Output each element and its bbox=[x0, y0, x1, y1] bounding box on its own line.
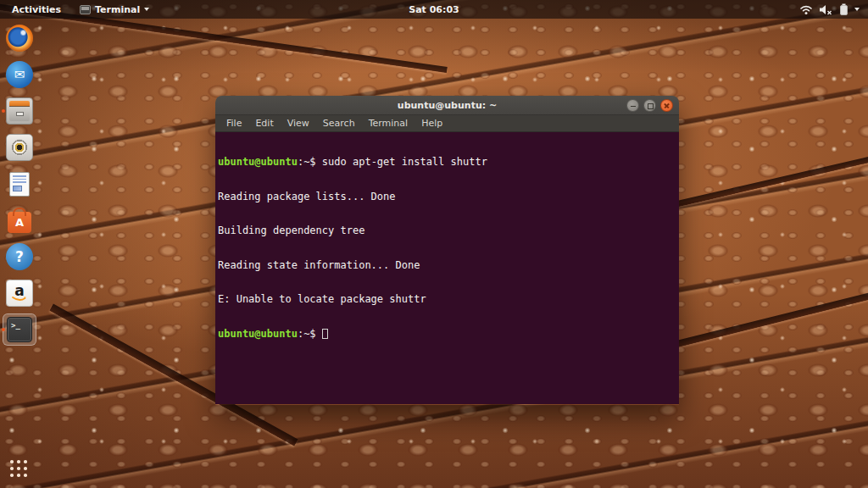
plank-seam bbox=[670, 145, 868, 208]
dock-item-amazon[interactable]: a bbox=[3, 278, 36, 308]
dock-item-rhythmbox[interactable] bbox=[3, 132, 36, 163]
terminal-menubar: File Edit View Search Terminal Help bbox=[215, 115, 679, 132]
app-menu-label: Terminal bbox=[95, 4, 140, 15]
output-line: Reading state information... Done bbox=[218, 260, 679, 272]
output-line: E: Unable to locate package shuttr bbox=[218, 294, 679, 306]
close-button[interactable] bbox=[660, 99, 673, 112]
running-indicator bbox=[2, 109, 5, 113]
menu-view[interactable]: View bbox=[281, 115, 316, 131]
dock-item-terminal[interactable]: >_ bbox=[3, 314, 36, 345]
app-menu-terminal[interactable]: Terminal bbox=[73, 0, 156, 19]
menu-help[interactable]: Help bbox=[415, 115, 449, 131]
rhythmbox-icon bbox=[6, 134, 33, 161]
system-status-area[interactable] bbox=[791, 0, 868, 19]
activities-label: Activities bbox=[12, 4, 61, 15]
dock-item-thunderbird[interactable]: ✉ bbox=[3, 59, 36, 90]
plank-seam bbox=[660, 279, 868, 351]
output-line: Reading package lists... Done bbox=[218, 191, 679, 203]
command-text: sudo apt-get install shuttr bbox=[316, 156, 487, 168]
thunderbird-icon: ✉ bbox=[6, 61, 33, 88]
ubuntu-software-icon: A bbox=[6, 207, 33, 234]
menu-file[interactable]: File bbox=[220, 115, 248, 131]
volume-muted-icon bbox=[819, 4, 833, 15]
terminal-screen[interactable]: ubuntu@ubuntu:~$sudo apt-get install shu… bbox=[215, 132, 679, 404]
help-icon: ? bbox=[6, 243, 33, 270]
battery-icon bbox=[839, 3, 849, 15]
running-indicator bbox=[2, 328, 5, 331]
prompt-line: ubuntu@ubuntu:~$sudo apt-get install shu… bbox=[218, 157, 679, 169]
dock-item-firefox[interactable] bbox=[3, 23, 36, 53]
network-wifi-icon bbox=[799, 4, 813, 15]
terminal-mini-icon bbox=[80, 5, 91, 14]
menu-edit[interactable]: Edit bbox=[248, 115, 280, 131]
maximize-button[interactable] bbox=[643, 99, 656, 112]
terminal-cursor bbox=[322, 329, 328, 339]
dock: ✉ A ? a >_ bbox=[2, 23, 39, 345]
top-bar: Activities Terminal Sat 06:03 bbox=[0, 0, 868, 19]
show-applications-button[interactable] bbox=[10, 460, 28, 478]
chevron-down-icon bbox=[854, 8, 860, 11]
output-line: Building dependency tree bbox=[218, 225, 679, 237]
dock-item-libreoffice-writer[interactable] bbox=[3, 169, 36, 199]
terminal-window: ubuntu@ubuntu: ~ File Edit View Search T… bbox=[215, 96, 679, 405]
dock-item-help[interactable]: ? bbox=[3, 241, 36, 272]
firefox-icon bbox=[6, 25, 33, 52]
amazon-icon: a bbox=[6, 280, 33, 307]
libreoffice-writer-icon bbox=[6, 170, 33, 197]
window-title: ubuntu@ubuntu: ~ bbox=[398, 100, 497, 111]
dock-item-files[interactable] bbox=[3, 96, 36, 126]
window-controls bbox=[626, 99, 673, 112]
prompt-line: ubuntu@ubuntu:~$ bbox=[218, 329, 679, 341]
activities-button[interactable]: Activities bbox=[0, 0, 73, 19]
files-icon bbox=[6, 97, 33, 125]
amazon-smile bbox=[12, 297, 27, 302]
minimize-button[interactable] bbox=[626, 99, 639, 112]
window-titlebar[interactable]: ubuntu@ubuntu: ~ bbox=[215, 96, 679, 115]
chevron-down-icon bbox=[144, 8, 149, 11]
menu-search[interactable]: Search bbox=[316, 115, 362, 131]
menu-terminal[interactable]: Terminal bbox=[362, 115, 415, 131]
dock-item-ubuntu-software[interactable]: A bbox=[3, 205, 36, 236]
terminal-icon: >_ bbox=[7, 317, 32, 342]
